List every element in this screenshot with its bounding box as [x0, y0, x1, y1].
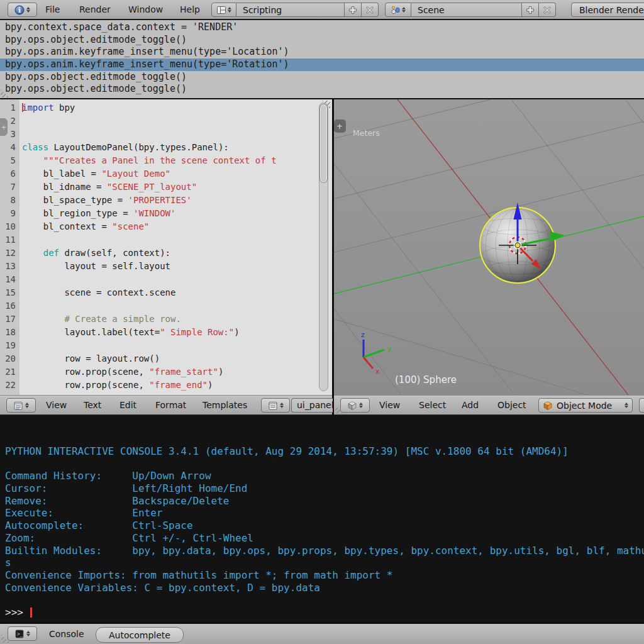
- menu-format[interactable]: Format: [155, 396, 186, 414]
- editor-type-selector-info[interactable]: i: [8, 3, 37, 17]
- info-log-row[interactable]: bpy.ops.anim.keyframe_insert_menu(type='…: [0, 58, 644, 71]
- menu-render[interactable]: Render: [79, 0, 111, 19]
- code-line: 7 bl_idname = "SCENE_PT_layout": [0, 180, 332, 194]
- code-line: 20 row = layout.row(): [0, 352, 332, 365]
- mode-label: Object Mode: [557, 401, 621, 411]
- stepper-arrows-icon: [280, 402, 284, 408]
- info-log-row[interactable]: bpy.ops.anim.keyframe_insert_menu(type='…: [0, 46, 644, 58]
- console-line: Builtin Modules: bpy, bpy.data, bpy.ops,…: [5, 545, 644, 557]
- stepper-arrows-icon: [26, 7, 30, 13]
- add-scene-button[interactable]: [522, 3, 539, 17]
- line-number: 12: [0, 247, 16, 260]
- line-number: 11: [0, 233, 16, 247]
- console-line: Convenience Imports: from mathutils impo…: [5, 569, 644, 582]
- console-cursor: [30, 608, 32, 618]
- editor-scrollbar[interactable]: [319, 103, 328, 391]
- line-number: 16: [0, 299, 16, 313]
- blender-window: i File Render Window Help Scripting: [0, 0, 644, 644]
- code-line: 10 bl_context = "scene": [0, 220, 332, 233]
- code-line: 15 scene = context.scene: [0, 286, 332, 299]
- code-area[interactable]: 1import bpy234class LayoutDemoPanel(bpy.…: [0, 101, 332, 392]
- console-line: Remove: Backspace/Delete: [5, 495, 644, 508]
- editor-type-selector-3dview[interactable]: [340, 398, 370, 413]
- stepper-arrows-icon: [625, 402, 628, 408]
- info-log-row[interactable]: bpy.ops.object.editmode_toggle(): [0, 71, 644, 84]
- console-line: >>>: [5, 606, 644, 619]
- menu-view[interactable]: View: [46, 396, 67, 414]
- info-log-row[interactable]: bpy.context.space_data.context = 'RENDER…: [0, 21, 644, 34]
- console-line: Cursor: Left/Right Home/End: [5, 482, 644, 495]
- python-console[interactable]: PYTHON INTERACTIVE CONSOLE 3.4.1 (defaul…: [0, 415, 644, 623]
- plus-icon: [525, 5, 535, 15]
- object-origin: [515, 243, 520, 248]
- menu-add[interactable]: Add: [462, 396, 479, 414]
- line-number: 19: [0, 339, 16, 352]
- line-number: 17: [0, 313, 16, 326]
- console-icon: >_: [14, 629, 25, 639]
- text-datablock-name[interactable]: ui_panel: [291, 398, 333, 413]
- menu-edit[interactable]: Edit: [119, 396, 136, 414]
- line-number: 7: [0, 180, 16, 194]
- gizmo-x-label: x: [375, 367, 380, 375]
- text-editor[interactable]: 1import bpy234class LayoutDemoPanel(bpy.…: [0, 99, 332, 395]
- plus-icon: +: [1, 124, 6, 131]
- region-expand-tab[interactable]: +: [0, 118, 8, 136]
- scene-browse[interactable]: [385, 3, 411, 17]
- delete-layout-button[interactable]: [362, 3, 379, 17]
- editor-type-selector-text[interactable]: [6, 398, 36, 413]
- console-line: [5, 458, 644, 470]
- console-line: s: [5, 557, 644, 569]
- line-number: 15: [0, 286, 16, 299]
- code-line: 6 bl_label = "Layout Demo": [0, 167, 332, 180]
- code-line: 2: [0, 114, 332, 128]
- code-line: 16: [0, 299, 332, 313]
- screen-layout-name[interactable]: Scripting: [236, 3, 345, 17]
- menu-templates[interactable]: Templates: [203, 396, 247, 414]
- console-line: Execute: Enter: [5, 507, 644, 519]
- delete-scene-button[interactable]: [539, 3, 556, 17]
- code-line: 19: [0, 339, 332, 352]
- line-number: 18: [0, 326, 16, 339]
- screen-layout-browse[interactable]: [211, 3, 236, 17]
- text-editor-icon: [13, 401, 23, 411]
- info-log-row[interactable]: bpy.ops.object.editmode_toggle(): [0, 34, 644, 47]
- line-number: 4: [0, 141, 16, 154]
- text-editor-header: View Text Edit Format Templates ui_panel: [0, 395, 332, 415]
- console-header: >_ Console Autocomplete: [0, 623, 644, 644]
- code-line: 12 def draw(self, context):: [0, 247, 332, 260]
- scene-name[interactable]: Scene: [411, 3, 522, 17]
- viewport-3d[interactable]: z y x + Meters (100) Sphere: [334, 99, 644, 395]
- code-line: 13 layout = self.layout: [0, 260, 332, 273]
- editor-scrollbar-thumb[interactable]: [320, 104, 327, 182]
- editor-type-selector-console[interactable]: >_: [8, 626, 37, 641]
- menu-text[interactable]: Text: [84, 396, 101, 414]
- add-layout-button[interactable]: [345, 3, 362, 17]
- menu-object[interactable]: Object: [497, 396, 526, 414]
- line-number: 14: [0, 273, 16, 286]
- menu-help[interactable]: Help: [180, 0, 200, 19]
- close-icon: [542, 5, 552, 15]
- area-divider[interactable]: [332, 99, 334, 415]
- menu-window[interactable]: Window: [128, 0, 163, 19]
- code-line: 5 """Creates a Panel in the scene contex…: [0, 154, 332, 167]
- info-log-row[interactable]: bpy.ops.object.editmode_toggle(): [0, 83, 644, 96]
- console-line: [5, 594, 644, 606]
- object-name-label: (100) Sphere: [395, 374, 457, 386]
- autocomplete-button[interactable]: Autocomplete: [96, 627, 184, 643]
- unit-label: Meters: [353, 128, 380, 138]
- menu-select[interactable]: Select: [419, 396, 446, 414]
- line-number: 10: [0, 220, 16, 233]
- menu-console[interactable]: Console: [49, 625, 84, 643]
- scene-selector: Scene: [385, 3, 556, 17]
- mode-select[interactable]: Object Mode: [538, 398, 633, 413]
- menu-file[interactable]: File: [45, 0, 60, 19]
- render-engine-select[interactable]: Blender Render: [571, 3, 644, 17]
- info-log[interactable]: bpy.context.space_data.context = 'RENDER…: [0, 20, 644, 98]
- viewport-shading-select[interactable]: [639, 398, 644, 413]
- code-line: 21 row.prop(scene, "frame_start"): [0, 365, 332, 379]
- stepper-arrows-icon: [25, 402, 29, 408]
- text-datablock-browse[interactable]: [261, 398, 290, 413]
- toolbar-expand-button[interactable]: +: [334, 119, 346, 133]
- stepper-arrows-icon: [26, 631, 30, 636]
- menu-view[interactable]: View: [379, 396, 400, 414]
